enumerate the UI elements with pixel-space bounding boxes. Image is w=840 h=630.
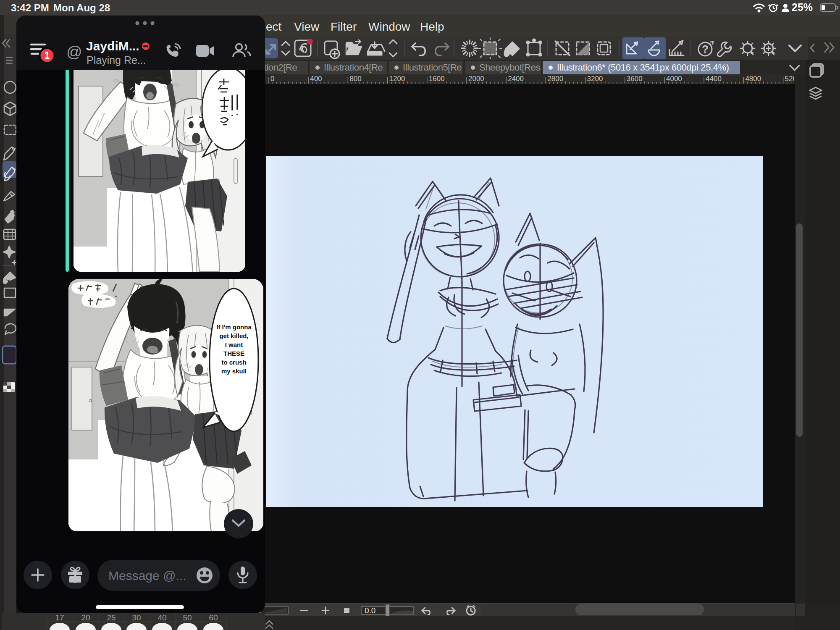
svg-text:THESE: THESE [223,350,244,357]
svg-text:1600: 1600 [429,75,445,83]
svg-text:400: 400 [310,75,322,83]
svg-text:I want: I want [225,341,243,348]
svg-text:17: 17 [55,613,64,622]
svg-text:2000: 2000 [468,75,484,83]
svg-text:4800: 4800 [745,75,761,83]
svg-text:2400: 2400 [508,75,524,83]
svg-text:800: 800 [349,75,361,83]
svg-text:4000: 4000 [666,75,682,83]
svg-text:If I'm gonna: If I'm gonna [216,323,252,331]
svg-text:3600: 3600 [627,75,643,83]
svg-text:0: 0 [270,75,274,83]
svg-text:4400: 4400 [706,75,722,83]
svg-text:my skull: my skull [221,368,247,375]
svg-text:60: 60 [209,613,218,622]
svg-text:3200: 3200 [587,75,603,83]
svg-text:30: 30 [132,613,141,622]
svg-text:get killed,: get killed, [219,332,248,339]
svg-text:2800: 2800 [547,75,563,83]
svg-text:20: 20 [81,613,90,622]
svg-text:?: ? [702,43,709,55]
svg-text:to crush: to crush [221,359,246,366]
svg-text:25%: 25% [792,2,813,13]
svg-text:1200: 1200 [389,75,405,83]
svg-text:1: 1 [45,50,50,61]
svg-text:25: 25 [107,613,116,622]
svg-text:0.0: 0.0 [365,606,375,615]
svg-text:40: 40 [158,613,166,622]
svg-text:50: 50 [183,613,192,622]
